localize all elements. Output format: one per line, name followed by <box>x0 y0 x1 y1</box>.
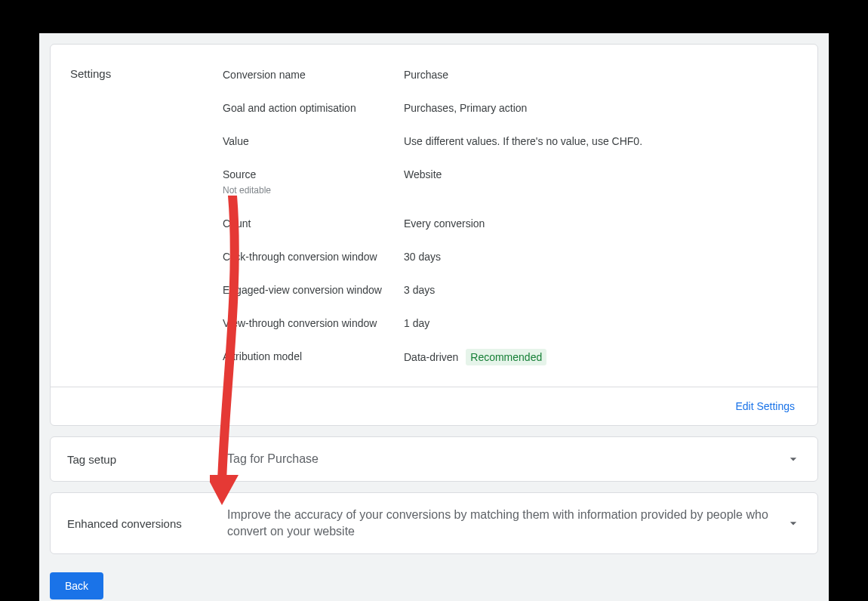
label-engaged-window: Engaged-view conversion window <box>223 282 404 297</box>
label-attribution: Attribution model <box>223 349 404 364</box>
settings-card: Settings Conversion name Purchase Goal a… <box>50 44 818 426</box>
row-conversion-name: Conversion name Purchase <box>223 67 798 82</box>
edit-settings-link[interactable]: Edit Settings <box>735 400 795 412</box>
row-count: Count Every conversion <box>223 216 798 231</box>
label-goal: Goal and action optimisation <box>223 100 404 116</box>
row-engaged-window: Engaged-view conversion window 3 days <box>223 282 798 297</box>
value-value: Use different values. If there's no valu… <box>404 134 642 149</box>
row-click-window: Click-through conversion window 30 days <box>223 249 798 264</box>
enhanced-title: Enhanced conversions <box>67 517 227 530</box>
page-container: Settings Conversion name Purchase Goal a… <box>39 33 829 601</box>
label-click-window: Click-through conversion window <box>223 249 404 264</box>
settings-table: Conversion name Purchase Goal and action… <box>223 67 798 365</box>
label-view-window: View-through conversion window <box>223 316 404 331</box>
value-click-window: 30 days <box>404 249 441 264</box>
enhanced-conversions-card[interactable]: Enhanced conversions Improve the accurac… <box>50 492 818 554</box>
tag-setup-desc: Tag for Purchase <box>227 451 786 467</box>
enhanced-desc: Improve the accuracy of your conversions… <box>227 507 786 540</box>
recommended-badge: Recommended <box>466 349 546 365</box>
value-conversion-name: Purchase <box>404 67 448 82</box>
chevron-down-icon[interactable] <box>786 452 801 467</box>
label-conversion-name: Conversion name <box>223 67 404 82</box>
label-value: Value <box>223 134 404 149</box>
value-goal: Purchases, Primary action <box>404 100 527 116</box>
value-count: Every conversion <box>404 216 485 231</box>
row-source: Source Not editable Website <box>223 167 798 198</box>
label-count: Count <box>223 216 404 231</box>
tag-setup-card[interactable]: Tag setup Tag for Purchase <box>50 436 818 482</box>
label-source-sub: Not editable <box>223 183 404 198</box>
row-value: Value Use different values. If there's n… <box>223 134 798 149</box>
chevron-down-icon[interactable] <box>786 516 801 531</box>
value-attribution-text: Data-driven <box>404 351 458 363</box>
value-attribution: Data-driven Recommended <box>404 349 546 365</box>
settings-footer: Edit Settings <box>51 387 817 425</box>
row-view-window: View-through conversion window 1 day <box>223 316 798 331</box>
value-source: Website <box>404 167 442 182</box>
back-button[interactable]: Back <box>50 572 103 599</box>
row-goal: Goal and action optimisation Purchases, … <box>223 100 798 116</box>
value-view-window: 1 day <box>404 316 429 331</box>
label-source-text: Source <box>223 168 256 180</box>
label-source: Source Not editable <box>223 167 404 198</box>
settings-heading: Settings <box>70 67 111 80</box>
tag-setup-title: Tag setup <box>67 453 227 466</box>
row-attribution: Attribution model Data-driven Recommende… <box>223 349 798 365</box>
value-engaged-window: 3 days <box>404 282 435 297</box>
